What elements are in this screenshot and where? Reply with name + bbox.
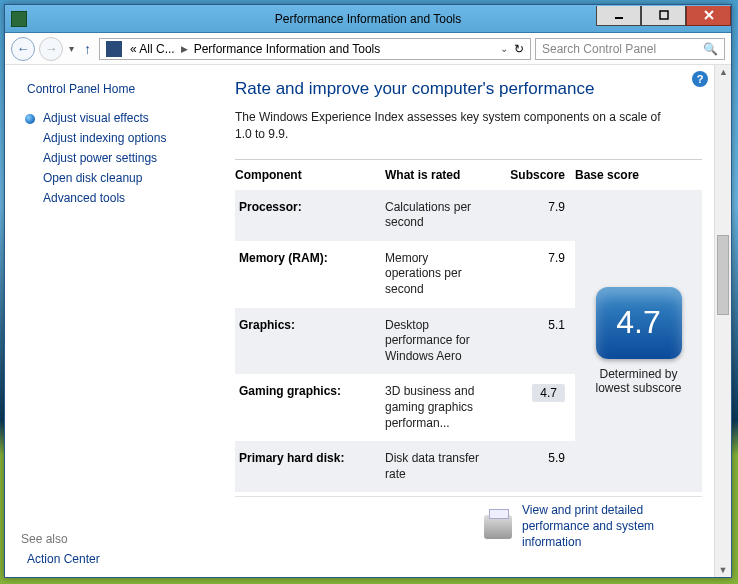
subscore-value: 7.9 xyxy=(495,251,575,265)
scroll-thumb[interactable] xyxy=(717,235,729,315)
help-icon[interactable]: ? xyxy=(692,71,708,87)
main-content: ? Rate and improve your computer's perfo… xyxy=(215,65,714,577)
table-body: Processor:Calculations per second7.9Memo… xyxy=(235,190,702,493)
component-name: Processor: xyxy=(235,200,385,214)
back-button[interactable]: ← xyxy=(11,37,35,61)
svg-rect-1 xyxy=(660,11,668,19)
sidebar: Control Panel Home Adjust visual effects… xyxy=(5,65,215,577)
table-row: Primary hard disk:Disk data transfer rat… xyxy=(235,441,575,492)
scrollbar[interactable]: ▲ ▼ xyxy=(714,65,731,577)
component-name: Gaming graphics: xyxy=(235,384,385,398)
table-header: Component What is rated Subscore Base sc… xyxy=(235,159,702,190)
window-title: Performance Information and Tools xyxy=(275,12,462,26)
table-row: Gaming graphics:3D business and gaming g… xyxy=(235,374,575,441)
minimize-button[interactable] xyxy=(596,6,641,26)
maximize-button[interactable] xyxy=(641,6,686,26)
address-bar[interactable]: « All C... ▶ Performance Information and… xyxy=(99,38,531,60)
footer: View and print detailed performance and … xyxy=(235,496,702,550)
address-dropdown-icon[interactable]: ⌄ xyxy=(498,43,510,54)
scroll-down-icon[interactable]: ▼ xyxy=(715,565,731,575)
control-panel-icon xyxy=(106,41,122,57)
breadcrumb-segment[interactable]: « All C... xyxy=(126,42,179,56)
header-base: Base score xyxy=(575,168,702,182)
window-frame: Performance Information and Tools ← → ▾ … xyxy=(4,4,732,578)
base-score-note: Determined by lowest subscore xyxy=(589,367,689,395)
component-name: Graphics: xyxy=(235,318,385,332)
component-name: Primary hard disk: xyxy=(235,451,385,465)
forward-button[interactable]: → xyxy=(39,37,63,61)
action-center-link[interactable]: Action Center xyxy=(21,549,207,569)
titlebar[interactable]: Performance Information and Tools xyxy=(5,5,731,33)
view-print-link[interactable]: View and print detailed performance and … xyxy=(522,503,702,550)
sidebar-item-visual-effects[interactable]: Adjust visual effects xyxy=(21,108,207,128)
page-description: The Windows Experience Index assesses ke… xyxy=(235,109,675,143)
breadcrumb-separator-icon: ▶ xyxy=(179,44,190,54)
rated-desc: Calculations per second xyxy=(385,200,495,231)
table-row: Processor:Calculations per second7.9 xyxy=(235,190,575,241)
header-component: Component xyxy=(235,168,385,182)
table-row: Memory (RAM):Memory operations per secon… xyxy=(235,241,575,308)
component-name: Memory (RAM): xyxy=(235,251,385,265)
subscore-value: 4.7 xyxy=(495,384,575,402)
header-rated: What is rated xyxy=(385,168,495,182)
close-button[interactable] xyxy=(686,6,731,26)
rated-desc: Memory operations per second xyxy=(385,251,495,298)
app-icon xyxy=(11,11,27,27)
history-dropdown-icon[interactable]: ▾ xyxy=(67,43,76,54)
subscore-value: 7.9 xyxy=(495,200,575,214)
see-also-label: See also xyxy=(21,529,207,549)
refresh-icon[interactable]: ↻ xyxy=(514,42,524,56)
table-row: Graphics:Desktop performance for Windows… xyxy=(235,308,575,375)
subscore-value: 5.1 xyxy=(495,318,575,332)
sidebar-item-advanced[interactable]: Advanced tools xyxy=(21,188,207,208)
content-area: Control Panel Home Adjust visual effects… xyxy=(5,65,731,577)
window-buttons xyxy=(596,6,731,26)
sidebar-item-indexing[interactable]: Adjust indexing options xyxy=(21,128,207,148)
control-panel-home-link[interactable]: Control Panel Home xyxy=(21,79,207,108)
scroll-up-icon[interactable]: ▲ xyxy=(715,67,731,77)
rated-desc: Disk data transfer rate xyxy=(385,451,495,482)
sidebar-item-disk-cleanup[interactable]: Open disk cleanup xyxy=(21,168,207,188)
search-placeholder: Search Control Panel xyxy=(542,42,656,56)
base-score-cell: 4.7 Determined by lowest subscore xyxy=(575,190,702,493)
page-title: Rate and improve your computer's perform… xyxy=(235,79,702,99)
printer-icon xyxy=(484,515,512,539)
breadcrumb-segment[interactable]: Performance Information and Tools xyxy=(190,42,385,56)
search-input[interactable]: Search Control Panel 🔍 xyxy=(535,38,725,60)
rated-desc: 3D business and gaming graphics performa… xyxy=(385,384,495,431)
rated-desc: Desktop performance for Windows Aero xyxy=(385,318,495,365)
up-button[interactable]: ↑ xyxy=(80,41,95,57)
search-icon: 🔍 xyxy=(703,42,718,56)
subscore-value: 5.9 xyxy=(495,451,575,465)
navigation-toolbar: ← → ▾ ↑ « All C... ▶ Performance Informa… xyxy=(5,33,731,65)
sidebar-item-power[interactable]: Adjust power settings xyxy=(21,148,207,168)
base-score-badge: 4.7 xyxy=(596,287,682,359)
header-subscore: Subscore xyxy=(495,168,575,182)
